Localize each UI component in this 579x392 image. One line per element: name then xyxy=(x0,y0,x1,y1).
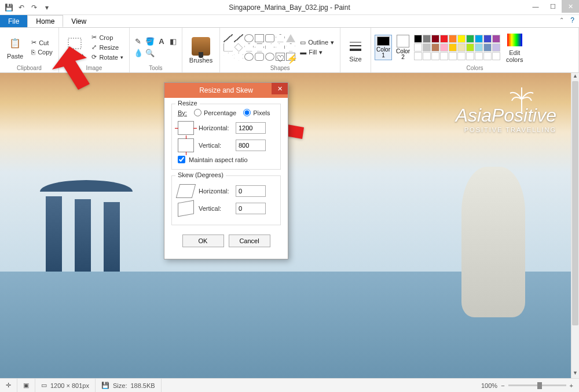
palette-color[interactable] xyxy=(423,35,431,43)
palette-color[interactable] xyxy=(492,43,500,52)
shape-diamond-icon[interactable] xyxy=(234,43,243,52)
resize-button[interactable]: ⤢Resize xyxy=(89,43,125,52)
skew-vertical-input[interactable] xyxy=(236,203,266,214)
shape-oval-icon[interactable] xyxy=(244,34,254,42)
scroll-down-icon[interactable]: ▼ xyxy=(571,370,579,378)
color1-button[interactable]: Color 1 xyxy=(375,35,392,60)
help-icon[interactable]: ? xyxy=(570,16,574,24)
palette-color[interactable] xyxy=(414,35,422,43)
size-button[interactable]: Size xyxy=(344,37,367,64)
palette-color[interactable] xyxy=(449,35,457,43)
crop-button[interactable]: ✂Crop xyxy=(89,33,125,42)
tab-file[interactable]: File xyxy=(0,15,27,27)
palette-color[interactable] xyxy=(440,52,448,60)
fill-button[interactable]: ▬Fill ▾ xyxy=(298,48,336,57)
color2-button[interactable]: Color 2 xyxy=(394,35,412,60)
radio-pixels[interactable]: Pixels xyxy=(243,109,270,116)
palette-color[interactable] xyxy=(483,35,492,43)
minimize-ribbon-icon[interactable]: ⌃ xyxy=(559,17,564,23)
palette-color[interactable] xyxy=(449,43,457,52)
fill-tool-icon[interactable]: 🪣 xyxy=(145,36,155,47)
shape-line-icon[interactable] xyxy=(223,34,233,42)
palette-color[interactable] xyxy=(492,35,500,43)
shape-star-icon[interactable] xyxy=(223,53,233,61)
shape-lightning-icon[interactable]: ⚡ xyxy=(286,53,295,61)
palette-color[interactable] xyxy=(457,43,466,52)
palette-color[interactable] xyxy=(414,43,422,52)
maximize-button[interactable]: ☐ xyxy=(544,0,562,13)
palette-color[interactable] xyxy=(457,52,466,60)
shapes-gallery[interactable]: ♡ ⚡ xyxy=(223,34,295,61)
shape-heart-icon[interactable]: ♡ xyxy=(276,53,285,61)
radio-percentage[interactable]: Percentage xyxy=(194,109,236,116)
eraser-tool-icon[interactable]: ◧ xyxy=(168,36,178,47)
undo-icon[interactable]: ↶ xyxy=(16,2,27,13)
ok-button[interactable]: OK xyxy=(182,235,224,247)
scrollbar-thumb[interactable] xyxy=(572,81,578,325)
palette-color[interactable] xyxy=(483,43,492,52)
dialog-close-button[interactable]: ✕ xyxy=(272,83,288,94)
zoom-in-button[interactable]: + xyxy=(570,382,573,389)
rotate-button[interactable]: ⟳Rotate ▾ xyxy=(89,53,125,61)
dialog-titlebar[interactable]: Resize and Skew ✕ xyxy=(164,83,288,98)
palette-color[interactable] xyxy=(440,35,448,43)
shape-right-tri-icon[interactable] xyxy=(223,43,233,52)
palette-color[interactable] xyxy=(423,52,431,60)
picker-tool-icon[interactable]: 💧 xyxy=(133,48,144,58)
palette-color[interactable] xyxy=(414,52,422,60)
edit-colors-button[interactable]: Edit colors xyxy=(503,31,526,64)
shape-callout2-icon[interactable] xyxy=(255,53,264,61)
shape-arrow-r-icon[interactable] xyxy=(265,43,274,52)
shape-callout-icon[interactable] xyxy=(244,53,254,61)
palette-color[interactable] xyxy=(431,35,439,43)
qat-dropdown-icon[interactable]: ▾ xyxy=(42,2,52,13)
shape-rect-icon[interactable] xyxy=(255,34,264,42)
shape-arrow-l-icon[interactable] xyxy=(276,43,285,52)
palette-color[interactable] xyxy=(449,52,457,60)
palette-color[interactable] xyxy=(457,35,466,43)
palette-color[interactable] xyxy=(440,43,448,52)
palette-color[interactable] xyxy=(431,43,439,52)
shape-polygon-icon[interactable] xyxy=(276,34,285,42)
palette-color[interactable] xyxy=(475,52,483,60)
shape-cloud-icon[interactable] xyxy=(265,53,274,61)
vertical-scrollbar[interactable]: ▲ ▼ xyxy=(571,73,579,378)
shape-star6-icon[interactable] xyxy=(234,53,243,61)
skew-horizontal-input[interactable] xyxy=(236,185,266,197)
palette-color[interactable] xyxy=(475,43,483,52)
palette-color[interactable] xyxy=(475,35,483,43)
paste-button[interactable]: 📋 Paste xyxy=(3,34,27,61)
brushes-button[interactable]: Brushes xyxy=(186,36,216,65)
aspect-ratio-checkbox[interactable]: Maintain aspect ratio xyxy=(178,156,274,163)
resize-horizontal-input[interactable] xyxy=(236,122,266,134)
shape-arrow-u-icon[interactable] xyxy=(286,43,295,52)
minimize-button[interactable]: — xyxy=(527,0,544,13)
shape-curve-icon[interactable] xyxy=(234,34,243,42)
palette-color[interactable] xyxy=(466,35,474,43)
palette-color[interactable] xyxy=(466,43,474,52)
zoom-slider[interactable] xyxy=(508,384,566,386)
shape-hexagon-icon[interactable] xyxy=(255,43,264,52)
tab-view[interactable]: View xyxy=(63,15,94,27)
magnifier-tool-icon[interactable]: 🔍 xyxy=(145,48,155,58)
pencil-tool-icon[interactable]: ✎ xyxy=(133,36,144,47)
shape-triangle-icon[interactable] xyxy=(286,34,295,42)
tab-home[interactable]: Home xyxy=(27,15,63,27)
redo-icon[interactable]: ↷ xyxy=(29,2,39,13)
palette-color[interactable] xyxy=(466,52,474,60)
save-icon[interactable]: 💾 xyxy=(3,2,14,13)
scroll-up-icon[interactable]: ▲ xyxy=(571,73,579,81)
palette-color[interactable] xyxy=(423,43,431,52)
text-tool-icon[interactable]: A xyxy=(156,36,167,47)
shape-pentagon-icon[interactable] xyxy=(244,43,254,52)
zoom-out-button[interactable]: − xyxy=(501,382,504,389)
outline-button[interactable]: ▭Outline ▾ xyxy=(298,38,336,47)
resize-vertical-input[interactable] xyxy=(236,140,266,151)
cut-button[interactable]: ✂Cut xyxy=(29,38,55,47)
palette-color[interactable] xyxy=(483,52,492,60)
palette-color[interactable] xyxy=(431,52,439,60)
palette-color[interactable] xyxy=(492,52,500,60)
cancel-button[interactable]: Cancel xyxy=(229,235,270,247)
close-button[interactable]: ✕ xyxy=(562,0,579,13)
shape-roundrect-icon[interactable] xyxy=(265,34,274,42)
